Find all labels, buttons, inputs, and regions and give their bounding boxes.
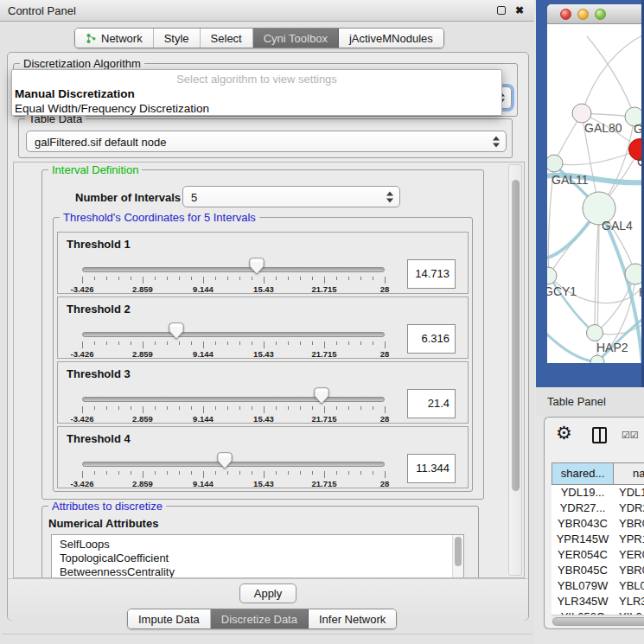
table-row[interactable]: YDL19...YDL1 bbox=[552, 485, 644, 501]
slider-track[interactable] bbox=[82, 462, 385, 467]
dropdown-option-equal-width-frequency[interactable]: Equal Width/Frequency Discretization bbox=[15, 102, 209, 115]
threshold-value-field[interactable]: 11.344 bbox=[407, 454, 456, 483]
tab-select[interactable]: Select bbox=[200, 29, 252, 48]
table-row[interactable]: YBL079WYBL0 bbox=[552, 578, 644, 594]
tab-style[interactable]: Style bbox=[153, 29, 200, 48]
dropdown-option-manual-discretization[interactable]: Manual Discretization bbox=[15, 87, 135, 100]
table-cell: YDL19... bbox=[552, 485, 614, 501]
group-label-thresholds: Threshold's Coordinates for 5 Intervals bbox=[60, 211, 259, 224]
slider-tick bbox=[227, 471, 228, 475]
slider-tick-label: 15.43 bbox=[253, 414, 274, 424]
slider-tick bbox=[203, 277, 204, 284]
slider-thumb[interactable] bbox=[217, 452, 233, 469]
minimize-traffic-light-icon[interactable] bbox=[577, 9, 589, 20]
slider-tick-label: 28 bbox=[380, 479, 390, 488]
slider-tick-label: 15.43 bbox=[253, 284, 274, 294]
slider-tick bbox=[264, 277, 265, 284]
slider-tick bbox=[118, 471, 119, 475]
node-label-gcy1: GCY1 bbox=[547, 284, 577, 298]
table-cell: YBR043C bbox=[552, 516, 614, 532]
slider-tick bbox=[336, 471, 337, 475]
tab-cyni-toolbox[interactable]: Cyni Toolbox bbox=[252, 29, 338, 48]
slider-tick-label: -3.426 bbox=[71, 414, 94, 424]
stepper-icon bbox=[386, 191, 394, 202]
threshold-panel-2: Threshold 2-3.4262.8599.14415.4321.71528… bbox=[57, 296, 469, 359]
settings-scrollbar-thumb[interactable] bbox=[512, 180, 520, 491]
threshold-value-field[interactable]: 6.316 bbox=[407, 324, 456, 354]
gear-icon[interactable]: ⚙ bbox=[556, 424, 572, 442]
number-of-intervals-select[interactable]: 5 bbox=[182, 186, 400, 207]
select-columns-checkboxes-icon[interactable]: ☑☑ bbox=[622, 430, 639, 441]
tab-jactivemnodules[interactable]: jActiveMNodules bbox=[338, 29, 443, 48]
slider-tick bbox=[276, 406, 277, 410]
slider-tick bbox=[227, 341, 228, 345]
thresholds-group: Threshold's Coordinates for 5 Intervals … bbox=[53, 217, 473, 492]
slider-tick bbox=[324, 406, 325, 413]
tab-infer-network[interactable]: Infer Network bbox=[308, 609, 396, 628]
slider-tick bbox=[118, 277, 119, 280]
node-label-hap2: HAP2 bbox=[596, 341, 628, 354]
attribute-list-item[interactable]: BetweennessCentrality bbox=[60, 565, 463, 578]
network-graph: GAL80 GA C GAL11 GAL4 GCY1 H HAP2 bbox=[547, 24, 644, 363]
slider-tick bbox=[264, 406, 265, 413]
numerical-attributes-list: SelfLoopsTopologicalCoefficientBetweenne… bbox=[51, 534, 464, 578]
slider-thumb[interactable] bbox=[314, 387, 329, 405]
apply-button[interactable]: Apply bbox=[239, 583, 296, 603]
attribute-list-item[interactable]: TopologicalCoefficient bbox=[60, 552, 463, 565]
tab-impute-data[interactable]: Impute Data bbox=[128, 609, 210, 628]
slider-tick bbox=[155, 277, 156, 280]
table-data-group: Table Data galFiltered.sif default node bbox=[18, 118, 513, 158]
table-hscrollbar bbox=[552, 615, 644, 626]
threshold-label: Threshold 4 bbox=[67, 432, 131, 445]
network-node-hap2[interactable] bbox=[587, 325, 603, 341]
table-column-header[interactable]: na bbox=[614, 462, 644, 485]
slider-tick bbox=[239, 471, 240, 475]
bottom-tab-bar: Impute DataDiscretize DataInfer Network bbox=[127, 609, 397, 629]
network-node-gal80[interactable] bbox=[572, 104, 591, 123]
close-icon[interactable]: ✖ bbox=[515, 4, 524, 16]
table-row[interactable]: YBR045CYBR0 bbox=[552, 563, 644, 578]
threshold-value-field[interactable]: 21.4 bbox=[407, 389, 456, 418]
float-window-icon[interactable] bbox=[497, 6, 506, 15]
network-node-gal11[interactable] bbox=[547, 155, 563, 172]
slider-thumb[interactable] bbox=[249, 258, 265, 275]
table-column-header[interactable]: shared... bbox=[552, 462, 614, 485]
slider-tick-label: 2.859 bbox=[132, 349, 153, 359]
slider-track[interactable] bbox=[82, 267, 385, 272]
network-canvas[interactable]: GAL80 GA C GAL11 GAL4 GCY1 H HAP2 bbox=[547, 24, 644, 363]
table-row[interactable]: YDR27...YDR2 bbox=[552, 501, 644, 516]
split-columns-icon[interactable] bbox=[592, 427, 607, 443]
slider-track[interactable] bbox=[82, 332, 385, 337]
slider-tick bbox=[82, 341, 83, 348]
slider-thumb[interactable] bbox=[169, 322, 184, 340]
tab-discretize-data[interactable]: Discretize Data bbox=[210, 609, 308, 628]
table-cell: YLR345W bbox=[552, 594, 614, 609]
table-row[interactable]: YPR145WYPR1 bbox=[552, 532, 644, 547]
zoom-traffic-light-icon[interactable] bbox=[595, 9, 606, 20]
network-node-h[interactable] bbox=[625, 264, 644, 284]
node-label-gal4: GAL4 bbox=[602, 219, 633, 233]
network-window-frame: GAL80 GA C GAL11 GAL4 GCY1 H HAP2 bbox=[536, 0, 644, 387]
table-cell: YBR0 bbox=[614, 516, 644, 532]
threshold-panel-1: Threshold 1-3.4262.8599.14415.4321.71528… bbox=[57, 232, 469, 294]
tab-network[interactable]: Network bbox=[75, 29, 153, 48]
table-row[interactable]: YBR043CYBR0 bbox=[552, 516, 644, 532]
threshold-value-field[interactable]: 14.713 bbox=[407, 259, 456, 289]
network-node-labels: GAL80 GA C GAL11 GAL4 GCY1 H HAP2 bbox=[547, 121, 644, 354]
group-label-algorithm: Discretization Algorithm bbox=[20, 57, 144, 70]
number-of-intervals-label: Number of Intervals bbox=[75, 191, 181, 204]
slider-tick bbox=[348, 406, 349, 410]
close-traffic-light-icon[interactable] bbox=[560, 9, 571, 20]
list-scrollbar[interactable] bbox=[452, 535, 463, 578]
slider-tick bbox=[106, 471, 107, 475]
slider-track[interactable] bbox=[82, 397, 385, 402]
table-row[interactable]: YER054CYER0 bbox=[552, 547, 644, 563]
table-data-select[interactable]: galFiltered.sif default node bbox=[26, 131, 507, 152]
table-hscrollbar-thumb[interactable] bbox=[552, 617, 644, 626]
slider-tick bbox=[118, 341, 119, 345]
slider-tick-label: 21.715 bbox=[311, 284, 336, 294]
node-label-h: H bbox=[639, 285, 644, 299]
attribute-list-item[interactable]: SelfLoops bbox=[60, 538, 463, 552]
table-row[interactable]: YLR345WYLR3 bbox=[552, 594, 644, 609]
slider-tick bbox=[191, 406, 192, 410]
